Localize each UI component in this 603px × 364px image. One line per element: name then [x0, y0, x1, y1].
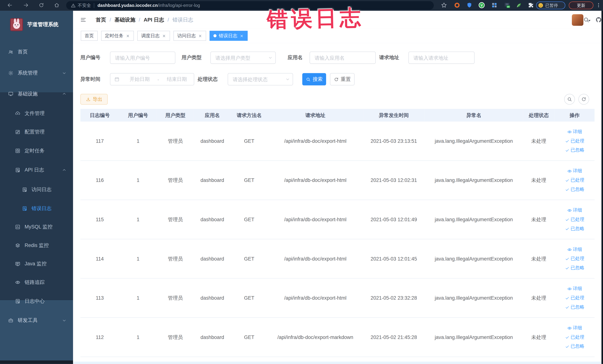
close-icon[interactable] [240, 34, 244, 38]
tab-3[interactable]: 调度日志 [137, 31, 170, 41]
avatar-caret-icon[interactable] [587, 19, 591, 23]
table-cell: 未处理 [523, 239, 555, 278]
action-link-processed[interactable]: 已处理 [565, 256, 584, 262]
sidebar-item-8[interactable]: 访问日志 [0, 182, 73, 197]
close-icon[interactable] [126, 34, 130, 38]
row-actions: 详细已处理已忽略 [555, 239, 595, 278]
action-link-processed[interactable]: 已处理 [565, 138, 584, 144]
table-cell: 未处理 [523, 161, 555, 200]
sidebar-item-9[interactable]: 错误日志 [0, 201, 73, 216]
browser-update-button[interactable]: 更新 [569, 1, 593, 9]
action-link-ignored[interactable]: 已忽略 [565, 225, 584, 232]
action-link-detail[interactable]: 详细 [567, 285, 582, 292]
table-cell: 未处理 [523, 200, 555, 239]
ext-grid-icon[interactable] [491, 2, 498, 8]
export-button[interactable]: 导出 [81, 94, 108, 105]
browser-reload-icon[interactable] [38, 2, 44, 8]
action-link-detail[interactable]: 详细 [567, 246, 582, 253]
table-cell: 2021-05-02 23:32:28 [363, 279, 425, 317]
toggle-search-button[interactable] [564, 94, 575, 105]
sidebar-item-13[interactable]: 链路追踪 [0, 275, 73, 290]
check-icon [565, 226, 569, 231]
action-link-processed[interactable]: 已处理 [565, 177, 584, 183]
reset-button[interactable]: 重置 [330, 73, 355, 85]
action-link-ignored[interactable]: 已忽略 [565, 343, 584, 350]
tab-5[interactable]: 错误日志 [210, 31, 248, 41]
close-icon[interactable] [198, 34, 202, 38]
sidebar-item-label: 日志中心 [25, 298, 45, 305]
sidebar-item-7[interactable]: API 日志 [0, 162, 73, 178]
extensions-puzzle-icon[interactable] [528, 2, 534, 8]
action-link-detail[interactable]: 详细 [567, 168, 582, 174]
action-link-ignored[interactable]: 已忽略 [565, 186, 584, 193]
ext-orange-ring-icon[interactable] [454, 2, 460, 8]
people-icon [8, 49, 13, 55]
status-select[interactable] [228, 73, 293, 85]
action-link-detail[interactable]: 详细 [567, 129, 582, 135]
sidebar-logo[interactable]: 芋道管理系统 [0, 14, 73, 35]
sidebar-item-15[interactable]: 研发工具 [0, 313, 73, 328]
sidebar-item-label: 首页 [18, 48, 28, 55]
gear-icon [8, 70, 13, 76]
sidebar-item-14[interactable]: 日志中心 [0, 294, 73, 309]
chevron-up-icon [62, 92, 67, 96]
refresh-button[interactable] [578, 94, 589, 105]
bookmark-star-icon[interactable] [441, 2, 447, 8]
table-cell: dashboard [194, 200, 231, 239]
table-cell: GET [231, 318, 268, 357]
breadcrumb-item-3[interactable]: API 日志 [144, 16, 164, 23]
breadcrumb-item-2[interactable]: 基础设施 [115, 16, 135, 23]
check-icon [565, 295, 569, 300]
check-icon [565, 217, 569, 222]
tab-4[interactable]: 访问日志 [174, 31, 206, 41]
browser-home-icon[interactable] [54, 2, 59, 8]
sidebar-item-4[interactable]: 文件管理 [0, 106, 73, 121]
browser-forward-icon[interactable] [23, 2, 29, 8]
ext-green-leaf-icon[interactable] [516, 2, 522, 8]
sidebar-item-10[interactable]: MySQL 监控 [0, 219, 73, 235]
row-actions: 详细已处理已忽略 [555, 161, 595, 200]
action-link-detail[interactable]: 详细 [567, 325, 582, 331]
github-icon[interactable] [595, 16, 602, 23]
sidebar-item-1[interactable]: 首页 [0, 44, 73, 60]
table-cell: 未处理 [523, 279, 555, 317]
logo-image [10, 18, 23, 31]
action-link-processed[interactable]: 已处理 [565, 295, 584, 301]
address-bar[interactable]: 不安全 dashboard.yudao.iocoder.cn/infra/log… [66, 1, 434, 10]
user-avatar[interactable] [572, 14, 583, 26]
ext-on-switch-icon[interactable]: on [504, 2, 510, 8]
browser-menu-icon[interactable] [596, 2, 602, 8]
sidebar-item-label: 研发工具 [18, 317, 38, 324]
action-link-processed[interactable]: 已处理 [565, 334, 584, 341]
close-icon[interactable] [162, 34, 166, 38]
ext-green-v-icon[interactable]: V [478, 2, 485, 8]
sidebar-item-11[interactable]: Redis 监控 [0, 238, 73, 253]
sidebar-item-6[interactable]: 定时任务 [0, 143, 73, 159]
monitor-icon [8, 91, 13, 97]
hamburger-icon[interactable] [80, 16, 87, 23]
sidebar-item-2[interactable]: 系统管理 [0, 65, 73, 81]
breadcrumb: 首页/基础设施/API 日志/错误日志 [96, 11, 193, 29]
sidebar-item-3[interactable]: 基础设施 [0, 86, 73, 102]
search-button[interactable]: 搜索 [302, 73, 326, 85]
action-link-ignored[interactable]: 已忽略 [565, 265, 584, 271]
action-link-ignored[interactable]: 已忽略 [565, 147, 584, 153]
sidebar-item-label: 系统管理 [18, 70, 38, 77]
ext-blue-shield-icon[interactable] [466, 2, 473, 8]
user-type-select[interactable] [210, 52, 276, 64]
tab-2[interactable]: 定时任务 [101, 31, 134, 41]
app-name-input[interactable] [310, 52, 376, 64]
browser-back-icon[interactable] [7, 2, 13, 8]
tab-1[interactable]: 首页 [81, 31, 98, 41]
action-link-detail[interactable]: 详细 [567, 207, 582, 213]
request-url-input[interactable] [408, 52, 475, 64]
sidebar-item-5[interactable]: 配置管理 [0, 124, 73, 140]
table-cell: 1 [119, 279, 157, 317]
profile-paused-pill[interactable]: 已暂停 [536, 1, 565, 9]
action-link-ignored[interactable]: 已忽略 [565, 304, 584, 310]
date-range-picker[interactable]: 开始日期 - 结束日期 [110, 73, 194, 85]
action-link-processed[interactable]: 已处理 [565, 216, 584, 223]
user-id-input[interactable] [110, 52, 175, 64]
sidebar-item-12[interactable]: Java 监控 [0, 256, 73, 272]
breadcrumb-item-1[interactable]: 首页 [96, 16, 106, 23]
